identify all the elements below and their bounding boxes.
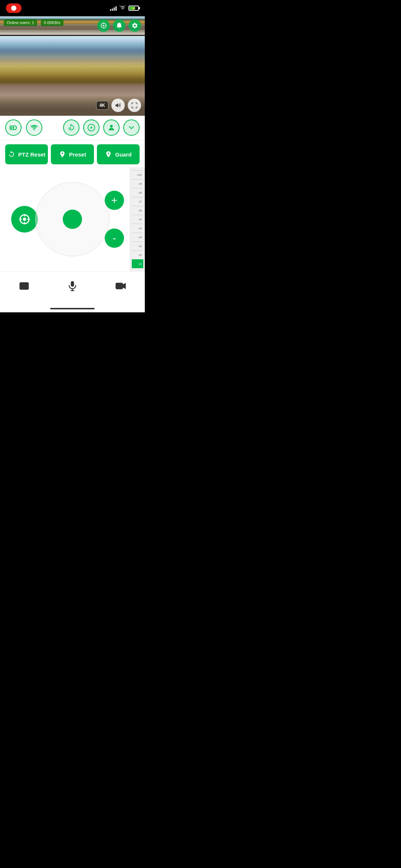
ruler-x8: x8: [132, 188, 143, 197]
signal-bar-2: [112, 9, 113, 11]
camera-overlay-info: Online users: 1 0.00KB/s: [4, 19, 63, 26]
ptz-replay-button[interactable]: [63, 119, 79, 136]
joystick-container: [11, 206, 38, 233]
battery-status: ⚡: [128, 6, 139, 11]
video-record-button[interactable]: [108, 277, 134, 295]
expand-button[interactable]: [123, 119, 140, 136]
svg-rect-23: [22, 284, 27, 288]
ruler-x6: x6: [132, 206, 143, 215]
preset-button[interactable]: Preset: [51, 144, 94, 164]
home-indicator: [0, 305, 145, 312]
screenshot-button[interactable]: [11, 277, 37, 295]
top-right-icons: !: [97, 19, 141, 32]
control-bar-right: [63, 119, 140, 136]
svg-point-5: [103, 25, 105, 27]
crosshair-button[interactable]: [97, 19, 110, 32]
wifi-control-button[interactable]: [26, 119, 42, 136]
camera-bottom-overlays: 4K: [96, 99, 141, 112]
home-bar: [50, 308, 95, 309]
ruler-x9: x9: [132, 179, 143, 188]
ptz-control-area: + - x1 x2 x2 x3 x4 x5 x6 x7 x8 x9 x10: [0, 167, 145, 271]
ruler-x7: x7: [132, 197, 143, 206]
microphone-button[interactable]: [59, 277, 85, 295]
ptz-reset-button[interactable]: PTZ Reset: [5, 144, 48, 164]
ruler-x2a: x2: [132, 250, 143, 259]
ruler-x5: x5: [132, 215, 143, 224]
joystick-trackpad[interactable]: [35, 182, 110, 256]
alert-button[interactable]: !: [113, 19, 125, 32]
signal-bar-3: [114, 7, 115, 11]
bandwidth-badge: 0.00KB/s: [41, 19, 63, 26]
zoom-in-button[interactable]: +: [105, 191, 124, 210]
quality-badge: 4K: [96, 101, 108, 110]
svg-point-15: [110, 125, 113, 128]
zoom-ruler: x1 x2 x2 x3 x4 x5 x6 x7 x8 x9 x10: [130, 167, 145, 271]
svg-point-12: [34, 129, 35, 131]
wifi-status-icon: [120, 5, 125, 11]
ruler-x1: x1: [132, 259, 143, 268]
camera-bottom-feed: 4K: [0, 36, 145, 116]
svg-rect-27: [116, 283, 123, 289]
svg-rect-24: [71, 282, 74, 287]
status-bar: ⚡: [0, 0, 145, 16]
signal-bar-1: [110, 9, 111, 11]
charging-icon: ⚡: [132, 7, 136, 10]
record-indicator: [11, 6, 16, 11]
ruler-x3: x3: [132, 233, 143, 241]
svg-rect-10: [16, 127, 17, 129]
joystick-button[interactable]: [11, 206, 38, 233]
guard-button[interactable]: Guard: [97, 144, 140, 164]
online-users-badge: Online users: 1: [4, 19, 37, 26]
ruler-x2b: x2: [132, 241, 143, 250]
svg-marker-14: [91, 126, 93, 129]
volume-button[interactable]: [111, 99, 125, 112]
zoom-controls: + -: [105, 191, 124, 248]
bottom-toolbar: [0, 271, 145, 305]
settings-button[interactable]: [128, 19, 141, 32]
signal-bar-4: [115, 6, 117, 11]
status-right: ⚡: [110, 5, 139, 11]
ruler-x4: x4: [132, 224, 143, 233]
zoom-out-button[interactable]: -: [105, 228, 124, 248]
control-bar-left: [5, 119, 42, 136]
camera-top-feed: Online users: 1 0.00KB/s !: [0, 16, 145, 35]
record-button[interactable]: [6, 3, 22, 13]
joystick-knob[interactable]: [63, 210, 82, 229]
action-buttons: PTZ Reset Preset Guard: [0, 140, 145, 167]
ruler-x10: x10: [132, 170, 143, 179]
battery-control-button[interactable]: [5, 119, 22, 136]
play-button[interactable]: [83, 119, 100, 136]
svg-text:!: !: [118, 24, 119, 26]
svg-point-17: [23, 218, 26, 221]
camera-top-scene: Online users: 1 0.00KB/s !: [0, 16, 145, 35]
fullscreen-button[interactable]: [128, 99, 141, 112]
control-bar: [0, 116, 145, 140]
signal-bars: [110, 6, 117, 11]
person-button[interactable]: [103, 119, 120, 136]
